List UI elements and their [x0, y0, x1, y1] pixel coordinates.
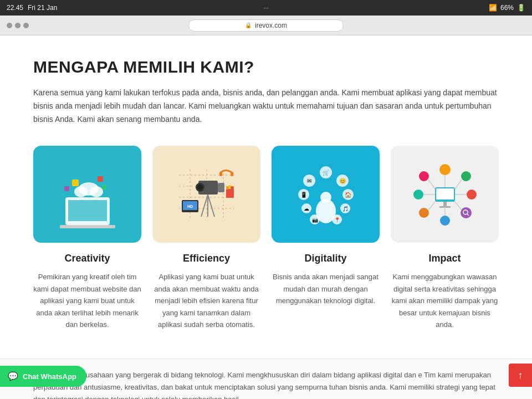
- card-title-impact: Impact: [428, 253, 461, 264]
- section-description: Karena semua yang kami lakukan terfokus …: [33, 86, 499, 126]
- card-text-creativity: Pemikiran yang kreatif oleh tim kami dap…: [33, 271, 141, 330]
- browser-window-controls: [7, 23, 29, 28]
- chevron-up-icon: ↑: [518, 370, 523, 381]
- svg-text:📱: 📱: [300, 191, 308, 198]
- chat-whatsapp-button[interactable]: 💬 Chat WhatsApp: [0, 366, 86, 387]
- chat-whatsapp-label: Chat WhatsApp: [23, 372, 76, 381]
- svg-line-64: [455, 202, 462, 210]
- svg-point-4: [74, 186, 88, 197]
- efficiency-illustration: HD: [168, 158, 245, 231]
- browser-dot-2: [15, 23, 21, 28]
- browser-dot-1: [7, 23, 12, 28]
- svg-point-65: [440, 216, 450, 226]
- svg-rect-7: [98, 176, 103, 182]
- svg-rect-2: [60, 225, 115, 228]
- url-text: irevox.com: [255, 22, 287, 29]
- svg-point-57: [439, 164, 451, 175]
- card-efficiency: HD Efficiency Aplikasi yang kami buat un…: [152, 146, 260, 330]
- card-title-digitality: Digitality: [304, 253, 346, 264]
- card-text-efficiency: Aplikasi yang kami buat untuk anda akan …: [152, 271, 260, 330]
- svg-text:✉: ✉: [307, 178, 311, 184]
- card-image-impact: [391, 146, 499, 243]
- battery-icon: 🔋: [517, 4, 525, 12]
- card-image-creativity: [33, 146, 141, 243]
- card-image-efficiency: HD: [152, 146, 260, 243]
- status-bar-right: 📶 66% 🔋: [489, 4, 525, 12]
- creativity-illustration: [49, 158, 126, 231]
- svg-text:📷: 📷: [311, 217, 318, 223]
- section-title: MENGAPA MEMILIH KAMI?: [33, 58, 499, 76]
- svg-line-68: [428, 202, 435, 210]
- browser-dots-indicator: ···: [263, 4, 269, 12]
- time: 22.45: [7, 4, 23, 12]
- svg-rect-27: [226, 189, 234, 198]
- status-bar-left: 22.45 Fri 21 Jan: [7, 4, 57, 12]
- status-bar-center: ···: [263, 4, 269, 12]
- svg-text:🛒: 🛒: [323, 169, 330, 176]
- svg-rect-6: [72, 180, 79, 186]
- svg-point-5: [90, 186, 103, 197]
- svg-text:🏠: 🏠: [345, 191, 352, 198]
- date: Fri 21 Jan: [28, 4, 57, 12]
- scroll-top-button[interactable]: ↑: [509, 364, 532, 387]
- svg-point-71: [419, 171, 429, 181]
- card-image-digitality: ✉ 🛒 😊 📱 🏠 ☁ 🎵 📷 📍: [272, 146, 380, 243]
- status-bar: 22.45 Fri 21 Jan ··· 📶 66% 🔋: [0, 0, 532, 16]
- svg-rect-1: [68, 200, 107, 221]
- card-title-efficiency: Efficiency: [183, 253, 230, 264]
- svg-line-72: [428, 180, 435, 189]
- browser-dot-3: [23, 23, 29, 28]
- digitality-illustration: ✉ 🛒 😊 📱 🏠 ☁ 🎵 📷 📍: [287, 158, 365, 231]
- card-creativity: Creativity Pemikiran yang kreatif oleh t…: [33, 146, 141, 330]
- svg-rect-18: [218, 183, 224, 192]
- card-title-creativity: Creativity: [64, 253, 110, 264]
- svg-text:☁: ☁: [304, 206, 309, 212]
- svg-text:📍: 📍: [334, 217, 340, 223]
- svg-point-61: [467, 190, 477, 200]
- svg-rect-9: [64, 186, 69, 191]
- svg-line-22: [208, 195, 214, 217]
- svg-point-67: [419, 208, 429, 218]
- lock-icon: 🔒: [245, 22, 252, 28]
- main-content: MENGAPA MEMILIH KAMI? Karena semua yang …: [0, 35, 532, 359]
- whatsapp-icon: 💬: [8, 371, 18, 381]
- svg-rect-32: [231, 172, 233, 176]
- svg-text:😊: 😊: [339, 177, 346, 185]
- svg-point-59: [461, 171, 471, 181]
- svg-point-69: [413, 190, 423, 200]
- svg-rect-55: [443, 202, 447, 206]
- card-text-impact: Kami menggabungkan wawasan digital serta…: [391, 271, 499, 330]
- svg-line-60: [455, 180, 462, 189]
- browser-bar: 🔒 irevox.com: [0, 16, 532, 35]
- svg-point-30: [231, 186, 234, 190]
- impact-illustration: [406, 158, 484, 231]
- svg-text:🎵: 🎵: [342, 206, 349, 212]
- card-text-digitality: Bisnis anda akan menjadi sangat mudah da…: [272, 271, 380, 306]
- svg-rect-31: [219, 172, 222, 176]
- bottom-text: Kami adalah perusahaan yang bergerak di …: [33, 369, 499, 399]
- wifi-icon: 📶: [489, 4, 497, 12]
- url-bar[interactable]: 🔒 irevox.com: [188, 19, 344, 32]
- svg-rect-8: [102, 185, 106, 190]
- card-digitality: ✉ 🛒 😊 📱 🏠 ☁ 🎵 📷 📍 Digitality Bisnis anda…: [272, 146, 380, 330]
- svg-point-34: [320, 192, 331, 203]
- cards-grid: Creativity Pemikiran yang kreatif oleh t…: [33, 146, 499, 330]
- battery-level: 66%: [500, 4, 514, 12]
- svg-rect-54: [436, 188, 454, 200]
- card-impact: Impact Kami menggabungkan wawasan digita…: [391, 146, 499, 330]
- svg-text:HD: HD: [187, 204, 192, 208]
- svg-point-20: [197, 185, 203, 190]
